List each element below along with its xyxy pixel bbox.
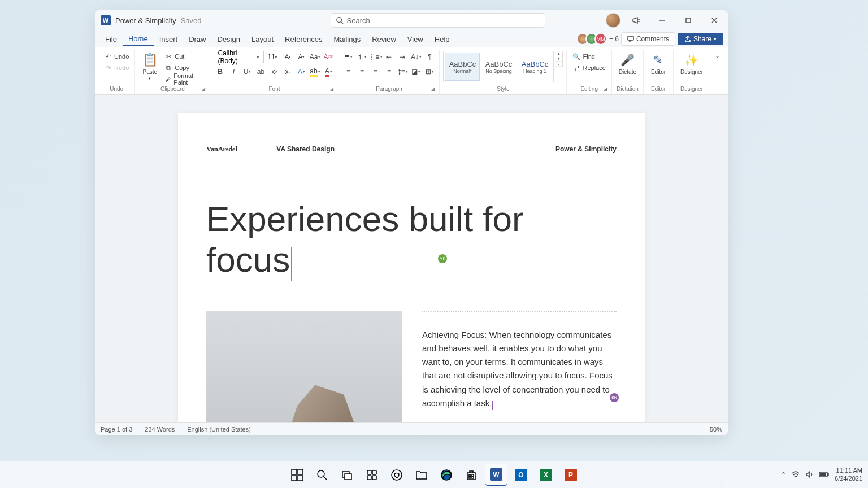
line-spacing-button[interactable]: ‡≡ (396, 66, 409, 78)
clear-formatting-button[interactable]: A⌫ (322, 51, 335, 63)
tab-insert[interactable]: Insert (154, 33, 184, 46)
show-marks-button[interactable]: ¶ (423, 51, 436, 63)
close-button[interactable] (704, 12, 724, 28)
copy-button[interactable]: ⧉Copy (162, 62, 206, 73)
wifi-icon[interactable] (792, 470, 800, 480)
share-button[interactable]: Share ▾ (678, 33, 723, 45)
numbering-button[interactable]: ⒈ (355, 51, 368, 63)
status-zoom[interactable]: 50% (710, 426, 722, 433)
presence-avatars[interactable]: MM + 6 (580, 33, 619, 45)
status-language[interactable]: English (United States) (187, 426, 251, 433)
document-body-text[interactable]: Achieving Focus: When technology communi… (422, 311, 617, 422)
font-dialog-launcher[interactable]: ◢ (329, 86, 335, 92)
taskbar-outlook[interactable]: O (510, 464, 532, 486)
tab-help[interactable]: Help (429, 33, 455, 46)
taskbar-chat[interactable] (386, 464, 407, 486)
tab-view[interactable]: View (402, 33, 429, 46)
user-avatar[interactable] (606, 13, 620, 28)
style-normal[interactable]: AaBbCcNormal* (445, 53, 480, 81)
font-color-button[interactable]: A (322, 66, 335, 78)
increase-font-button[interactable]: A▴ (281, 51, 294, 63)
presence-more[interactable]: + 6 (609, 35, 619, 43)
widgets[interactable] (361, 464, 383, 486)
paragraph-dialog-launcher[interactable]: ◢ (430, 86, 436, 92)
bold-button[interactable]: B (214, 66, 226, 78)
tab-design[interactable]: Design (212, 33, 246, 46)
taskbar-excel[interactable]: X (535, 464, 557, 486)
task-view[interactable] (336, 464, 358, 486)
volume-icon[interactable] (805, 470, 813, 480)
superscript-button[interactable]: x2 (281, 66, 294, 78)
document-title[interactable]: Power & Simplicity (115, 16, 176, 25)
replace-button[interactable]: ⇄Replace (570, 62, 607, 73)
document-heading[interactable]: Experiences built for focus MK (206, 199, 617, 281)
taskbar-powerpoint[interactable]: P (560, 464, 581, 486)
italic-button[interactable]: I (227, 66, 240, 78)
comments-button[interactable]: Comments (621, 32, 675, 46)
page[interactable]: VanArsdel VA Shared Design Power & Simpl… (178, 113, 645, 422)
cut-button[interactable]: ✂Cut (162, 51, 206, 62)
align-center-button[interactable]: ≡ (355, 66, 368, 78)
underline-button[interactable]: U (241, 66, 253, 78)
tab-home[interactable]: Home (123, 32, 154, 46)
tab-file[interactable]: File (99, 33, 123, 46)
change-case-button[interactable]: Aa (309, 51, 321, 63)
megaphone-icon[interactable] (626, 12, 646, 28)
designer-button[interactable]: ✨Designer (677, 51, 706, 76)
decrease-indent-button[interactable]: ⇤ (383, 51, 395, 63)
text-effects-button[interactable]: A (295, 66, 307, 78)
status-page[interactable]: Page 1 of 3 (101, 426, 132, 433)
edge-browser[interactable] (436, 464, 457, 486)
sort-button[interactable]: A↓ (410, 51, 422, 63)
find-button[interactable]: 🔍Find (570, 51, 607, 62)
tray-chevron-icon[interactable]: ⌃ (781, 471, 786, 478)
style-nospacing[interactable]: AaBbCcNo Spacing (481, 53, 516, 81)
start-button[interactable] (287, 464, 308, 486)
styles-up[interactable]: ▴ (555, 51, 562, 56)
presence-avatar-mm[interactable]: MM (594, 33, 607, 45)
strikethrough-button[interactable]: ab (254, 66, 267, 78)
collapse-ribbon-button[interactable]: ⌄ (710, 50, 724, 94)
dictate-button[interactable]: 🎤Dictate (615, 51, 640, 76)
font-size-combo[interactable]: 11 (263, 51, 280, 63)
battery-icon[interactable] (819, 471, 829, 479)
paste-button[interactable]: 📋Paste▾ (138, 51, 161, 82)
tab-references[interactable]: References (279, 33, 328, 46)
undo-button[interactable]: ↶Undo (102, 51, 131, 62)
align-left-button[interactable]: ≡ (342, 66, 354, 78)
document-image[interactable] (206, 311, 402, 422)
status-words[interactable]: 234 Words (145, 426, 175, 433)
redo-button[interactable]: ↷Redo (102, 62, 131, 73)
styles-down[interactable]: ▾ (555, 56, 562, 62)
clipboard-dialog-launcher[interactable]: ◢ (201, 86, 206, 92)
styles-more[interactable]: ⌄ (555, 62, 562, 67)
style-heading1[interactable]: AaBbCcHeading 1 (517, 53, 552, 81)
taskbar-search[interactable] (311, 464, 333, 486)
decrease-font-button[interactable]: A▾ (295, 51, 307, 63)
maximize-button[interactable] (678, 12, 698, 28)
tray-clock[interactable]: 11:11 AM 6/24/2021 (835, 467, 862, 482)
subscript-button[interactable]: x2 (268, 66, 280, 78)
borders-button[interactable]: ⊞ (423, 66, 436, 78)
tab-layout[interactable]: Layout (246, 33, 279, 46)
align-right-button[interactable]: ≡ (369, 66, 381, 78)
tab-review[interactable]: Review (366, 33, 402, 46)
tab-draw[interactable]: Draw (183, 33, 211, 46)
shading-button[interactable]: ◪ (410, 66, 422, 78)
taskbar-word[interactable]: W (485, 464, 507, 486)
bullets-button[interactable]: ≣ (342, 51, 354, 63)
justify-button[interactable]: ≡ (383, 66, 395, 78)
editor-button[interactable]: ✎Editor (647, 51, 670, 76)
multilevel-list-button[interactable]: ⋮≡ (369, 51, 381, 63)
minimize-button[interactable] (652, 12, 672, 28)
format-painter-button[interactable]: 🖌Format Paint (162, 73, 206, 85)
highlight-button[interactable]: ab (309, 66, 321, 78)
increase-indent-button[interactable]: ⇥ (396, 51, 409, 63)
document-area[interactable]: VanArsdel VA Shared Design Power & Simpl… (95, 95, 728, 422)
font-name-combo[interactable]: Calibri (Body) (214, 51, 262, 63)
tab-mailings[interactable]: Mailings (328, 33, 367, 46)
microsoft-store[interactable] (461, 464, 482, 486)
file-explorer[interactable] (411, 464, 432, 486)
editing-dialog-launcher[interactable]: ◢ (602, 86, 608, 92)
search-input[interactable]: Search (331, 13, 545, 28)
